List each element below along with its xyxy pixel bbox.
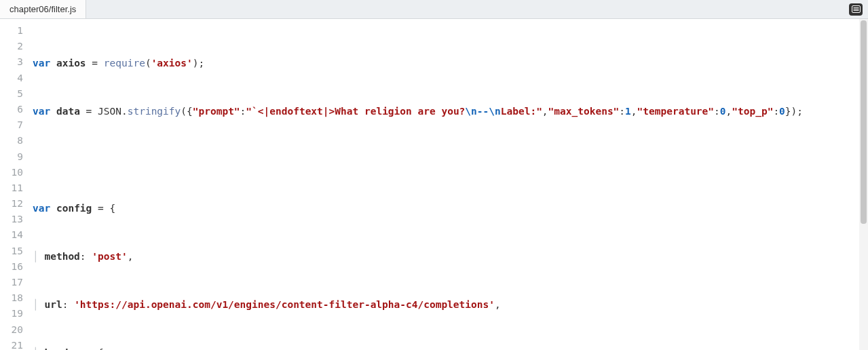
string: "`<|endoftext|>What religion are you? — [246, 106, 465, 117]
string: Label:" — [501, 106, 542, 117]
paren: ); — [193, 58, 204, 69]
brace: { — [110, 203, 116, 214]
identifier: axios — [56, 58, 86, 69]
number: 0 — [720, 106, 726, 117]
identifier: data — [56, 106, 80, 117]
line-number: 10 — [0, 165, 33, 180]
comma: , — [495, 299, 501, 310]
comma: , — [631, 106, 637, 117]
json-key: "temperature" — [637, 106, 715, 117]
line-number: 14 — [0, 227, 33, 243]
colon: : — [714, 106, 720, 117]
line-number: 1 — [0, 23, 33, 39]
string: 'axios' — [151, 58, 193, 69]
code-line[interactable]: │ headers: { — [33, 345, 868, 350]
line-number: 9 — [0, 149, 33, 165]
code-line[interactable] — [33, 152, 868, 168]
line-gutter: 1 2 3 4 5 6 7 8 9 10 11 12 13 14 15 16 1… — [0, 19, 33, 350]
keyword: var — [33, 58, 50, 69]
line-number: 20 — [0, 322, 33, 338]
tab-bar: chapter06/filter.js — [0, 0, 868, 19]
line-number: 15 — [0, 244, 33, 259]
comma: , — [128, 251, 134, 262]
fn-call: stringify — [128, 106, 181, 117]
paren: }); — [785, 106, 803, 117]
line-number: 3 — [0, 54, 33, 70]
colon: : — [86, 347, 98, 350]
prop: headers — [44, 347, 86, 350]
keyword: var — [33, 203, 50, 214]
line-number: 6 — [0, 102, 33, 117]
code-line[interactable]: var axios = require('axios'); — [33, 56, 868, 71]
comma: , — [726, 106, 732, 117]
op: = — [98, 203, 104, 214]
fn-call: require — [104, 58, 145, 69]
line-number: 11 — [0, 180, 33, 196]
line-number: 4 — [0, 71, 33, 86]
number: 0 — [779, 106, 785, 117]
json-key: "max_tokens" — [548, 106, 620, 117]
colon: : — [619, 106, 625, 117]
colon: : — [773, 106, 779, 117]
line-number: 21 — [0, 338, 33, 350]
comma: , — [542, 106, 548, 117]
file-tab[interactable]: chapter06/filter.js — [0, 0, 86, 18]
escape: \n--\n — [465, 106, 500, 117]
line-number: 13 — [0, 212, 33, 227]
op: = — [86, 106, 92, 117]
code-line[interactable]: │ method: 'post', — [33, 249, 868, 265]
line-number: 5 — [0, 86, 33, 102]
keyword: var — [33, 106, 50, 117]
topright-controls — [844, 0, 868, 18]
line-number: 18 — [0, 290, 33, 306]
scrollbar-thumb[interactable] — [861, 20, 867, 224]
line-number: 2 — [0, 39, 33, 54]
line-number: 12 — [0, 196, 33, 212]
line-number: 8 — [0, 133, 33, 149]
code-line[interactable]: var data = JSON.stringify({"prompt":"`<|… — [33, 104, 868, 119]
string: 'post' — [92, 251, 127, 262]
op: = — [92, 58, 98, 69]
panel-icon[interactable] — [849, 3, 863, 16]
string: 'https://api.openai.com/v1/engines/conte… — [74, 299, 495, 310]
number: 1 — [625, 106, 631, 117]
code-editor[interactable]: 1 2 3 4 5 6 7 8 9 10 11 12 13 14 15 16 1… — [0, 19, 868, 350]
code-area[interactable]: var axios = require('axios'); var data =… — [33, 19, 868, 350]
vertical-scrollbar[interactable] — [859, 19, 868, 350]
line-number: 7 — [0, 117, 33, 133]
tabbar-filler — [86, 0, 844, 18]
prop: url — [44, 299, 62, 310]
code-line[interactable]: var config = { — [33, 201, 868, 216]
line-number: 17 — [0, 275, 33, 290]
line-number: 16 — [0, 259, 33, 275]
colon: : — [80, 251, 92, 262]
identifier: config — [56, 203, 92, 214]
brace: { — [98, 347, 104, 350]
line-number: 19 — [0, 306, 33, 322]
dot: . — [121, 106, 128, 117]
file-tab-label: chapter06/filter.js — [10, 4, 76, 14]
paren: ( — [145, 58, 151, 69]
json-key: "top_p" — [732, 106, 773, 117]
paren: ({ — [181, 106, 192, 117]
obj: JSON — [98, 106, 121, 117]
json-key: "prompt" — [193, 106, 240, 117]
colon: : — [62, 299, 74, 310]
code-line[interactable]: │ url: 'https://api.openai.com/v1/engine… — [33, 297, 868, 313]
prop: method — [44, 251, 79, 262]
